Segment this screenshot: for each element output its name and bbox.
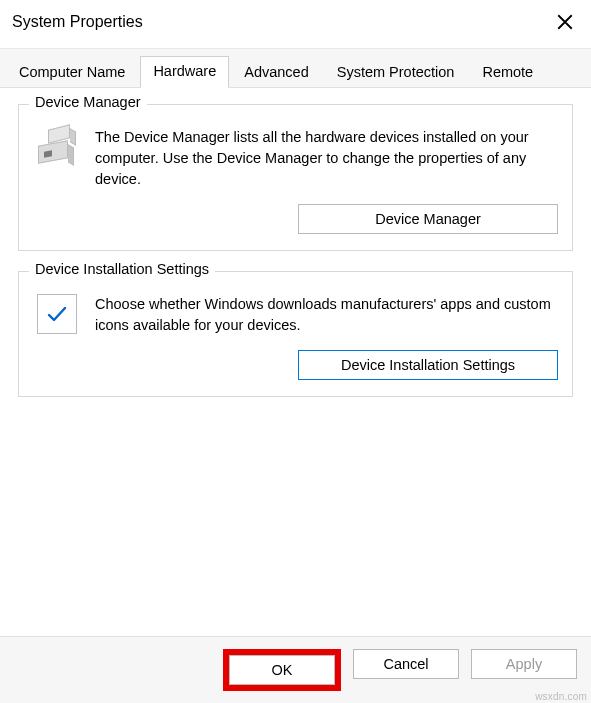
group-device-manager: Device Manager The Device Manager lists …: [18, 104, 573, 251]
cancel-button[interactable]: Cancel: [353, 649, 459, 679]
device-manager-button[interactable]: Device Manager: [298, 204, 558, 234]
device-installation-description: Choose whether Windows downloads manufac…: [95, 294, 558, 336]
device-manager-description: The Device Manager lists all the hardwar…: [95, 127, 558, 190]
tab-computer-name[interactable]: Computer Name: [6, 57, 138, 88]
system-properties-dialog: System Properties Computer Name Hardware…: [0, 0, 591, 703]
tab-advanced[interactable]: Advanced: [231, 57, 322, 88]
device-manager-icon: [33, 127, 81, 167]
tab-system-protection[interactable]: System Protection: [324, 57, 468, 88]
close-icon[interactable]: [551, 8, 579, 36]
group-device-installation: Device Installation Settings Choose whet…: [18, 271, 573, 397]
window-title: System Properties: [12, 13, 143, 31]
tab-remote[interactable]: Remote: [469, 57, 546, 88]
tab-hardware[interactable]: Hardware: [140, 56, 229, 88]
device-installation-settings-button[interactable]: Device Installation Settings: [298, 350, 558, 380]
ok-button-highlight: OK: [223, 649, 341, 691]
tab-strip: Computer Name Hardware Advanced System P…: [0, 48, 591, 88]
dialog-button-bar: OK Cancel Apply: [0, 636, 591, 703]
group-legend-device-installation: Device Installation Settings: [29, 261, 215, 277]
group-legend-device-manager: Device Manager: [29, 94, 147, 110]
titlebar: System Properties: [0, 0, 591, 48]
ok-button[interactable]: OK: [229, 655, 335, 685]
tab-content: Device Manager The Device Manager lists …: [0, 88, 591, 636]
apply-button: Apply: [471, 649, 577, 679]
checkmark-icon: [37, 294, 77, 334]
